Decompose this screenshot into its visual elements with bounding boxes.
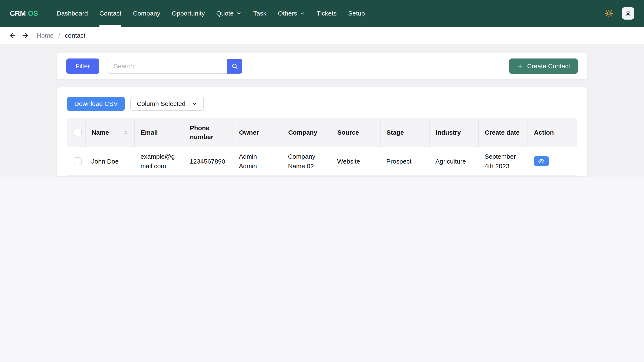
cell-action (528, 147, 577, 176)
search-group (108, 59, 242, 74)
nav-item-task[interactable]: Task (248, 0, 272, 27)
column-selected-label: Column Selected (137, 100, 185, 107)
chevron-down-icon (300, 11, 305, 16)
column-header-owner: Owner (233, 118, 282, 147)
nav-item-others[interactable]: Others (272, 0, 311, 27)
nav-item-label: Task (253, 10, 266, 17)
table-row: John Doe example@gmail.com 1234567890 Ad… (67, 147, 577, 176)
chevron-down-icon (192, 101, 198, 107)
toolbar-card: Filter Create Contact (57, 53, 587, 80)
column-header-stage: Stage (380, 118, 430, 147)
navbar-right (604, 7, 634, 19)
nav-item-setup[interactable]: Setup (342, 0, 370, 27)
column-header-industry: Industry (430, 118, 479, 147)
cell-industry: Agriculture (430, 147, 479, 176)
nav-item-label: Company (133, 10, 160, 17)
nav-item-label: Setup (348, 10, 365, 17)
filter-button[interactable]: Filter (66, 58, 99, 74)
column-header-phone: Phone number (184, 118, 233, 147)
create-contact-button[interactable]: Create Contact (509, 58, 578, 74)
column-header-company: Company (282, 118, 331, 147)
brand-crm: CRM (10, 9, 26, 17)
row-select-cell (67, 147, 86, 176)
nav-item-company[interactable]: Company (127, 0, 166, 27)
main-content: Filter Create Contact Download CSV (0, 44, 644, 177)
eye-icon (538, 158, 544, 165)
create-contact-label: Create Contact (527, 62, 570, 70)
contacts-table: Name Email Phone number Owner Company So… (67, 118, 577, 176)
breadcrumb-separator: / (58, 32, 60, 39)
download-csv-button[interactable]: Download CSV (67, 97, 125, 111)
search-input[interactable] (108, 59, 227, 74)
cell-owner: Admin Admin (233, 147, 282, 176)
nav-item-opportunity[interactable]: Opportunity (166, 0, 210, 27)
table-actions: Download CSV Column Selected (67, 97, 577, 111)
cell-stage: Prospect (380, 147, 430, 176)
column-header-label: Name (92, 128, 109, 137)
cell-company: Company Name 02 (282, 147, 331, 176)
view-contact-button[interactable] (534, 156, 549, 166)
plus-icon (517, 63, 523, 69)
table-header-row: Name Email Phone number Owner Company So… (67, 118, 577, 147)
nav-item-quote[interactable]: Quote (210, 0, 248, 27)
brand-os: OS (28, 9, 38, 17)
nav-item-label: Quote (216, 10, 234, 17)
column-header-source: Source (331, 118, 380, 147)
select-all-checkbox[interactable] (74, 129, 82, 136)
nav-item-tickets[interactable]: Tickets (311, 0, 342, 27)
brand-logo[interactable]: CRM OS (10, 9, 38, 17)
row-checkbox[interactable] (74, 157, 82, 165)
breadcrumb: Home / contact (0, 27, 644, 44)
cell-email: example@gmail.com (134, 147, 184, 176)
nav-item-contact[interactable]: Contact (94, 0, 127, 27)
forward-arrow-button[interactable] (21, 31, 30, 39)
column-header-name[interactable]: Name (86, 118, 134, 147)
sort-icon[interactable] (123, 130, 128, 135)
contacts-table-card: Download CSV Column Selected (57, 87, 587, 177)
column-header-action: Action (528, 118, 577, 147)
nav-item-dashboard[interactable]: Dashboard (51, 0, 94, 27)
breadcrumb-current: contact (65, 32, 86, 39)
nav-item-label: Dashboard (57, 10, 88, 17)
select-all-header-cell (67, 118, 86, 147)
column-selected-dropdown[interactable]: Column Selected (130, 97, 204, 111)
top-navbar: CRM OS Dashboard Contact Company Opportu… (0, 0, 644, 27)
nav-item-label: Contact (100, 10, 122, 17)
nav-item-label: Tickets (317, 10, 337, 17)
nav-item-label: Opportunity (172, 10, 205, 17)
cell-name: John Doe (86, 147, 134, 176)
user-menu-button[interactable] (622, 7, 634, 19)
back-arrow-button[interactable] (8, 31, 16, 39)
main-nav: Dashboard Contact Company Opportunity Qu… (51, 0, 370, 27)
column-header-create-date: Create date (478, 118, 528, 147)
user-icon (624, 10, 632, 17)
search-button[interactable] (227, 59, 242, 74)
nav-item-label: Others (278, 10, 297, 17)
cell-create-date: September 4th 2023 (478, 147, 528, 176)
search-icon (231, 63, 238, 70)
cell-phone: 1234567890 (184, 147, 233, 176)
theme-toggle-button[interactable] (604, 9, 613, 18)
column-header-email: Email (134, 118, 184, 147)
breadcrumb-home-link[interactable]: Home (37, 32, 54, 39)
chevron-down-icon (236, 11, 242, 16)
sun-icon (604, 9, 613, 18)
cell-source: Website (331, 147, 380, 176)
